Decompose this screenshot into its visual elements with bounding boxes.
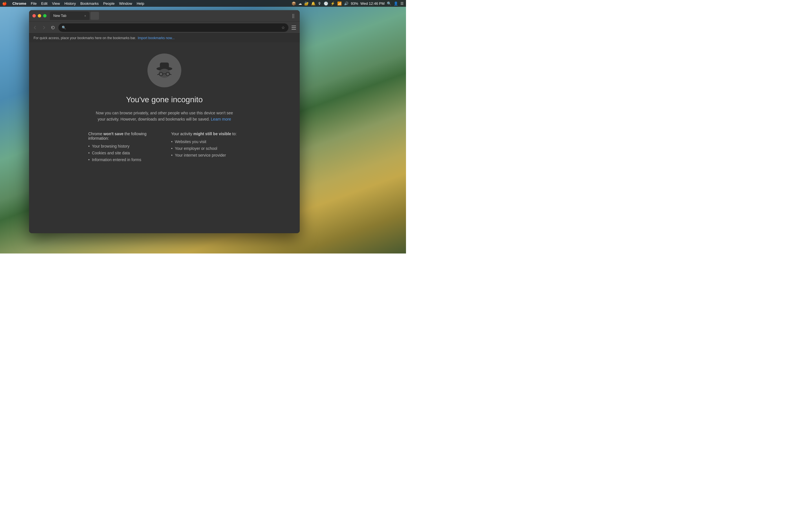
menubar-bookmarks[interactable]: Bookmarks (80, 1, 99, 6)
svg-rect-1 (292, 27, 296, 28)
menubar-left: 🍎 Chrome File Edit View History Bookmark… (2, 1, 144, 6)
address-search-icon: 🔍 (62, 25, 66, 30)
tab-label: New Tab (53, 14, 66, 18)
menubar-file[interactable]: File (31, 1, 37, 6)
menubar-history[interactable]: History (64, 1, 75, 6)
volume-icon: 🔊 (344, 1, 349, 6)
siri-icon[interactable]: 👤 (394, 1, 398, 6)
bookmark-star-button[interactable]: ☆ (282, 25, 285, 30)
back-button[interactable] (31, 24, 39, 31)
address-bar-container[interactable]: 🔍 ☆ (58, 23, 289, 32)
svg-point-8 (159, 72, 163, 76)
bookmarks-bar-hint: For quick access, place your bookmarks h… (34, 36, 136, 40)
menubar-help[interactable]: Help (137, 1, 144, 6)
no-save-title: Chrome won't save the following informat… (88, 131, 158, 140)
incognito-title: You've gone incognito (126, 95, 203, 104)
tab-controls-button[interactable]: ⣿ (290, 13, 296, 18)
list-item: Cookies and site data (88, 151, 158, 155)
no-save-list: Your browsing history Cookies and site d… (88, 144, 158, 162)
title-bar: New Tab × ⣿ (29, 10, 300, 21)
menubar: 🍎 Chrome File Edit View History Bookmark… (0, 0, 406, 7)
menubar-edit[interactable]: Edit (41, 1, 47, 6)
apple-menu[interactable]: 🍎 (2, 1, 7, 6)
bluetooth-icon: ⚡ (331, 1, 335, 6)
list-item: Your browsing history (88, 144, 158, 149)
list-item: Your employer or school (171, 146, 241, 151)
visible-column: Your activity might still be visible to:… (171, 131, 241, 164)
menubar-people[interactable]: People (103, 1, 114, 6)
upload-icon: ☁ (298, 1, 302, 6)
no-save-column: Chrome won't save the following informat… (88, 131, 158, 164)
traffic-lights (33, 14, 47, 17)
incognito-description: Now you can browse privately, and other … (95, 110, 234, 122)
svg-point-9 (166, 72, 169, 76)
bookmarks-bar: For quick access, place your bookmarks h… (29, 33, 300, 42)
maximize-button[interactable] (43, 14, 47, 17)
menubar-view[interactable]: View (52, 1, 60, 6)
import-bookmarks-link[interactable]: Import bookmarks now... (138, 36, 175, 40)
wifi-icon: 📶 (337, 1, 342, 6)
visible-title: Your activity might still be visible to: (171, 131, 241, 136)
time-machine-icon: 🕐 (324, 1, 328, 6)
battery-level: 93% (351, 1, 358, 6)
browser-window: New Tab × ⣿ 🔍 (29, 10, 300, 233)
clock: Wed 12:46 PM (360, 1, 385, 6)
notification-icon: 🔔 (311, 1, 315, 6)
close-button[interactable] (33, 14, 36, 17)
svg-rect-4 (160, 62, 169, 69)
address-bar-input[interactable] (68, 25, 279, 30)
mic-icon: 🎙 (318, 1, 321, 6)
svg-rect-0 (292, 25, 296, 26)
dropbox-icon: 📦 (292, 1, 296, 6)
toolbar: 🔍 ☆ (29, 21, 300, 33)
info-columns: Chrome won't save the following informat… (88, 131, 241, 164)
list-item: Your internet service provider (171, 153, 241, 158)
notification-center-icon[interactable]: ☰ (400, 1, 404, 6)
incognito-icon (153, 59, 175, 82)
lastpass-icon: 🔐 (304, 1, 309, 6)
menubar-chrome[interactable]: Chrome (12, 1, 26, 6)
learn-more-link[interactable]: Learn more (211, 117, 231, 121)
tab-bar-actions: ⣿ (290, 13, 296, 18)
minimize-button[interactable] (38, 14, 41, 17)
chrome-menu-button[interactable] (290, 24, 297, 31)
list-item: Information entered in forms (88, 158, 158, 162)
forward-button[interactable] (40, 24, 48, 31)
reload-button[interactable] (49, 24, 57, 31)
tab-close-button[interactable]: × (84, 14, 86, 17)
tab-bar: New Tab × (50, 11, 290, 20)
menubar-window[interactable]: Window (119, 1, 132, 6)
search-spotlight-icon[interactable]: 🔍 (387, 1, 391, 6)
svg-rect-2 (292, 29, 296, 30)
list-item: Websites you visit (171, 139, 241, 144)
new-tab-button[interactable] (91, 12, 99, 20)
active-tab[interactable]: New Tab × (50, 11, 89, 20)
visible-list: Websites you visit Your employer or scho… (171, 139, 241, 158)
incognito-content-area: You've gone incognito Now you can browse… (29, 42, 300, 233)
menubar-right: 📦 ☁ 🔐 🔔 🎙 🕐 ⚡ 📶 🔊 93% Wed 12:46 PM 🔍 👤 ☰ (292, 1, 404, 6)
incognito-icon-wrapper (147, 54, 181, 87)
